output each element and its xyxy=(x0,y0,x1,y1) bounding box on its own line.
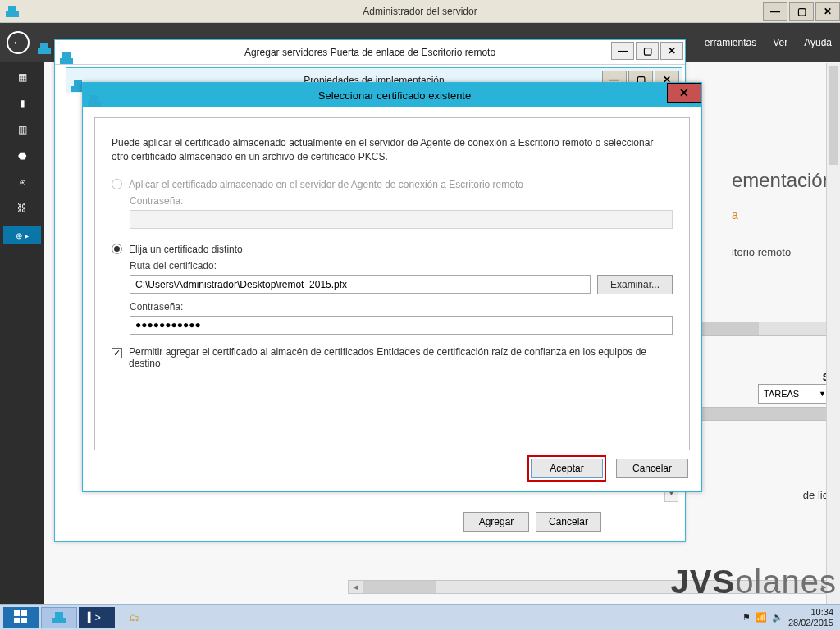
main-maximize-button[interactable]: ▢ xyxy=(789,2,814,21)
cert-path-label: Ruta del certificado: xyxy=(130,260,673,272)
add-dialog-title: Agregar servidores Puerta de enlace de E… xyxy=(55,47,685,58)
tasks-dropdown[interactable]: TAREAS ▼ xyxy=(758,384,832,404)
add-dialog-titlebar: Agregar servidores Puerta de enlace de E… xyxy=(55,40,685,65)
radio-icon xyxy=(112,244,122,254)
add-dialog-minimize-button[interactable]: — xyxy=(611,42,634,60)
taskbar: ▍>_ 🗂 ⚑ 📶 🔈 10:34 28/02/2015 xyxy=(0,604,840,630)
cert-intro-text: Puede aplicar el certificado almacenado … xyxy=(112,136,673,164)
main-window-title: Administrador del servidor xyxy=(0,6,840,17)
role-icon-2[interactable]: ⍟ xyxy=(12,174,32,190)
remote-fragment: itorio remoto xyxy=(732,246,833,258)
horizontal-scrollbar-1[interactable] xyxy=(701,322,832,336)
browse-button[interactable]: Examinar... xyxy=(597,275,673,294)
radio-apply-stored: Aplicar el certificado almacenado en el … xyxy=(112,179,673,190)
left-nav-rail: ▦ ▮ ▥ ⬣ ⍟ ⛓ ⊛ ▸ xyxy=(0,62,44,630)
clock-date: 28/02/2015 xyxy=(788,618,833,628)
checkbox-icon: ✓ xyxy=(112,348,122,358)
cert-dialog-close-button[interactable]: ✕ xyxy=(667,83,701,103)
add-button[interactable]: Agregar xyxy=(463,512,529,532)
accept-highlight: Aceptar xyxy=(527,455,606,482)
menu-view[interactable]: Ver xyxy=(773,37,788,48)
scroll-left-icon[interactable]: ◄ xyxy=(349,582,363,591)
back-button[interactable]: ← xyxy=(7,31,30,54)
system-tray: ⚑ 📶 🔈 10:34 28/02/2015 xyxy=(742,607,837,627)
server-manager-icon xyxy=(5,4,20,19)
password2-label: Contraseña: xyxy=(130,301,673,313)
tray-volume-icon[interactable]: 🔈 xyxy=(772,612,783,623)
taskbar-explorer[interactable]: 🗂 xyxy=(116,607,153,628)
cert-dialog-titlebar: Seleccionar certificado existente ✕ xyxy=(83,83,701,107)
role-icon-1[interactable]: ⬣ xyxy=(12,148,32,164)
partial-headings: ementación a itorio remoto xyxy=(732,169,833,258)
main-minimize-button[interactable]: — xyxy=(763,2,788,21)
cert-path-input[interactable] xyxy=(130,275,591,294)
start-button[interactable] xyxy=(3,607,39,628)
cert-dialog-title: Seleccionar certificado existente xyxy=(88,89,701,102)
select-certificate-dialog: Seleccionar certificado existente ✕ Pued… xyxy=(82,82,702,492)
radio-apply-stored-label: Aplicar el certificado almacenado en el … xyxy=(129,179,523,190)
windows-logo-icon xyxy=(14,610,29,625)
add-dialog-close-button[interactable]: ✕ xyxy=(660,42,683,60)
cancel-button[interactable]: Cancelar xyxy=(536,512,601,532)
menu-help[interactable]: Ayuda xyxy=(804,37,832,48)
password1-input xyxy=(130,210,673,229)
taskbar-powershell[interactable]: ▍>_ xyxy=(79,607,115,628)
cancel-button[interactable]: Cancelar xyxy=(616,459,688,478)
password2-input[interactable] xyxy=(130,316,673,335)
heading-fragment: ementación xyxy=(732,169,833,192)
cert-dialog-body: Puede aplicar el certificado almacenado … xyxy=(94,117,690,450)
role-icon-3[interactable]: ⛓ xyxy=(12,200,32,217)
dashboard-icon[interactable]: ▦ xyxy=(12,69,32,85)
radio-icon xyxy=(112,179,122,189)
trust-store-checkbox-row[interactable]: ✓ Permitir agregar el certificado al alm… xyxy=(112,346,673,369)
taskbar-server-manager[interactable] xyxy=(41,607,77,628)
main-titlebar: Administrador del servidor — ▢ ✕ xyxy=(0,0,840,23)
clock-time: 10:34 xyxy=(788,607,833,617)
tray-network-icon[interactable]: 📶 xyxy=(756,612,767,623)
password1-label: Contraseña: xyxy=(130,195,673,207)
radio-choose-different-label: Elija un certificado distinto xyxy=(129,244,243,255)
tray-flag-icon[interactable]: ⚑ xyxy=(742,612,751,623)
horizontal-scrollbar-2[interactable] xyxy=(701,407,832,421)
horizontal-scrollbar-bottom[interactable]: ◄ ► xyxy=(348,580,832,594)
taskbar-clock[interactable]: 10:34 28/02/2015 xyxy=(788,607,833,627)
main-close-button[interactable]: ✕ xyxy=(815,2,840,21)
role-rds-icon[interactable]: ⊛ ▸ xyxy=(3,226,41,244)
add-dialog-maximize-button[interactable]: ▢ xyxy=(636,42,659,60)
local-server-icon[interactable]: ▮ xyxy=(12,95,32,112)
radio-choose-different[interactable]: Elija un certificado distinto xyxy=(112,244,673,255)
server-manager-icon xyxy=(52,612,66,623)
trust-store-checkbox-label: Permitir agregar el certificado al almac… xyxy=(129,346,673,369)
orange-fragment: a xyxy=(732,208,833,221)
main-vertical-scrollbar[interactable] xyxy=(826,63,840,604)
accept-button[interactable]: Aceptar xyxy=(531,459,603,478)
all-servers-icon[interactable]: ▥ xyxy=(12,121,32,138)
chevron-down-icon: ▼ xyxy=(819,390,826,398)
menu-tools[interactable]: erramientas xyxy=(705,37,756,48)
